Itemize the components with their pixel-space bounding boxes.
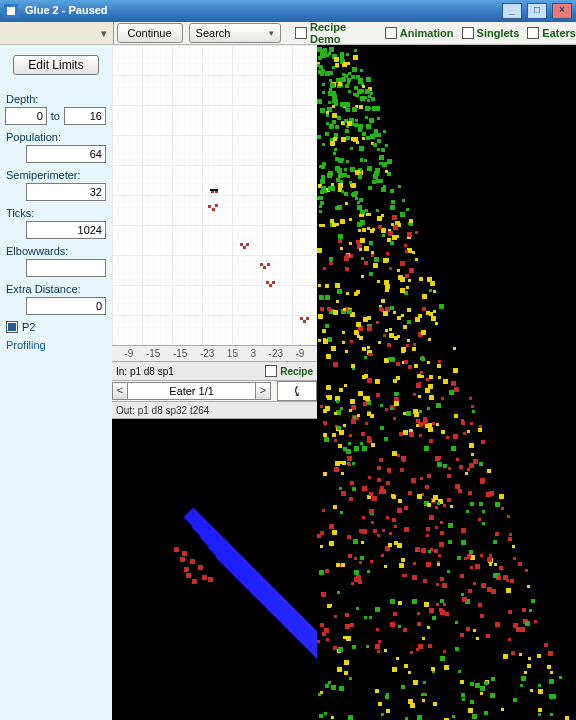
extra-distance-label: Extra Distance:	[6, 283, 106, 295]
window-titlebar: Glue 2 - Paused _ □ ×	[0, 0, 576, 22]
search-combo[interactable]: Search ▾	[189, 23, 282, 43]
grid-canvas[interactable]	[112, 45, 317, 345]
svg-rect-13	[263, 266, 266, 269]
maximize-button[interactable]: □	[527, 3, 547, 19]
animation-label: Animation	[400, 27, 454, 39]
minimize-button[interactable]: _	[502, 3, 522, 19]
eater-info-bar: In: p1 d8 sp1 Recipe	[112, 362, 317, 381]
chevron-down-icon: ▾	[269, 24, 274, 42]
ruler-tick: 3	[250, 348, 256, 359]
search-combo-label: Search	[196, 24, 231, 42]
eater-prev-button[interactable]: <	[112, 382, 128, 400]
recipe-label: Recipe	[280, 366, 313, 377]
svg-rect-7	[212, 208, 215, 211]
semiperimeter-field: Semiperimeter:	[6, 169, 106, 201]
eater-out-row: Out: p1 d8 sp32 t264	[112, 402, 317, 419]
app-icon	[4, 4, 18, 18]
ruler-tick: -23	[200, 348, 214, 359]
svg-rect-18	[300, 317, 303, 320]
svg-rect-21	[210, 189, 214, 191]
window-title: Glue 2 - Paused	[25, 4, 108, 16]
svg-rect-16	[269, 284, 272, 287]
semiperimeter-input[interactable]	[26, 183, 106, 201]
eater-next-button[interactable]: >	[255, 382, 271, 400]
recipe-checkbox[interactable]: Recipe	[265, 365, 313, 377]
elbowwards-label: Elbowwards:	[6, 245, 106, 257]
eaters-label: Eaters	[542, 27, 576, 39]
ruler-tick: 15	[227, 348, 238, 359]
ruler-tick: -23	[269, 348, 283, 359]
chevron-down-icon: ▾	[97, 27, 111, 40]
ticks-input[interactable]	[26, 221, 106, 239]
ticks-label: Ticks:	[6, 207, 106, 219]
profiling-link[interactable]: Profiling	[6, 339, 106, 351]
eater-out-text: Out: p1 d8 sp32 t264	[116, 405, 209, 416]
ruler-tick: -9	[296, 348, 305, 359]
svg-rect-1	[7, 7, 15, 15]
depth-label: Depth:	[6, 93, 106, 105]
edit-limits-button[interactable]: Edit Limits	[13, 55, 99, 75]
checkbox-icon	[295, 27, 307, 39]
svg-rect-12	[260, 263, 263, 266]
singlets-checkbox[interactable]: Singlets	[462, 27, 520, 39]
elbowwards-input[interactable]	[26, 259, 106, 277]
svg-rect-15	[266, 281, 269, 284]
depth-to-input[interactable]	[64, 107, 106, 125]
eater-preview-icon[interactable]	[277, 381, 317, 401]
extra-distance-input[interactable]	[26, 297, 106, 315]
close-button[interactable]: ×	[552, 3, 572, 19]
recipe-demo-checkbox[interactable]: Recipe Demo	[295, 21, 376, 45]
middle-column: -9 -15 -15 -23 15 3 -23 -9 In: p1 d8 sp1…	[112, 45, 317, 720]
svg-rect-17	[272, 281, 275, 284]
population-label: Population:	[6, 131, 106, 143]
p2-label: P2	[22, 321, 35, 333]
continue-button[interactable]: Continue	[117, 23, 183, 43]
checkbox-icon	[462, 27, 474, 39]
population-field: Population:	[6, 131, 106, 163]
population-input[interactable]	[26, 145, 106, 163]
svg-rect-14	[267, 263, 270, 266]
eater-in-text: In: p1 d8 sp1	[116, 366, 257, 377]
recipe-demo-label: Recipe Demo	[310, 21, 377, 45]
svg-rect-11	[246, 243, 249, 246]
ruler-tick: -15	[146, 348, 160, 359]
simulation-pane[interactable]	[112, 419, 317, 720]
svg-rect-10	[243, 246, 246, 249]
ruler-tick: -15	[173, 348, 187, 359]
svg-rect-19	[303, 320, 306, 323]
svg-rect-6	[208, 205, 211, 208]
checkbox-icon	[385, 27, 397, 39]
checkbox-icon	[265, 365, 277, 377]
eater-counter: Eater 1/1	[128, 382, 255, 400]
sidebar: Edit Limits Depth: to Population:	[0, 45, 112, 720]
elbowwards-field: Elbowwards:	[6, 245, 106, 277]
toolbar: ▾ Continue Search ▾ Recipe Demo Animatio…	[0, 22, 576, 45]
svg-rect-3	[112, 45, 317, 345]
svg-rect-8	[215, 204, 218, 207]
checkbox-icon	[6, 321, 18, 333]
svg-rect-9	[240, 243, 243, 246]
checkbox-icon	[527, 27, 539, 39]
depth-to-word: to	[51, 110, 60, 122]
ruler: -9 -15 -15 -23 15 3 -23 -9	[112, 345, 317, 362]
lifeview-pane[interactable]	[317, 45, 576, 720]
depth-field: Depth: to	[6, 93, 106, 125]
eater-nav-row: < Eater 1/1 >	[112, 381, 317, 402]
singlets-label: Singlets	[477, 27, 520, 39]
ruler-tick: -9	[125, 348, 134, 359]
animation-checkbox[interactable]: Animation	[385, 27, 454, 39]
eaters-checkbox[interactable]: Eaters	[527, 27, 576, 39]
semiperimeter-label: Semiperimeter:	[6, 169, 106, 181]
svg-rect-20	[306, 317, 309, 320]
extra-distance-field: Extra Distance:	[6, 283, 106, 315]
p2-checkbox[interactable]: P2	[6, 321, 106, 333]
depth-from-input[interactable]	[5, 107, 47, 125]
ticks-field: Ticks:	[6, 207, 106, 239]
toolbar-dropdown[interactable]: ▾	[0, 22, 114, 44]
svg-rect-22	[214, 189, 218, 191]
